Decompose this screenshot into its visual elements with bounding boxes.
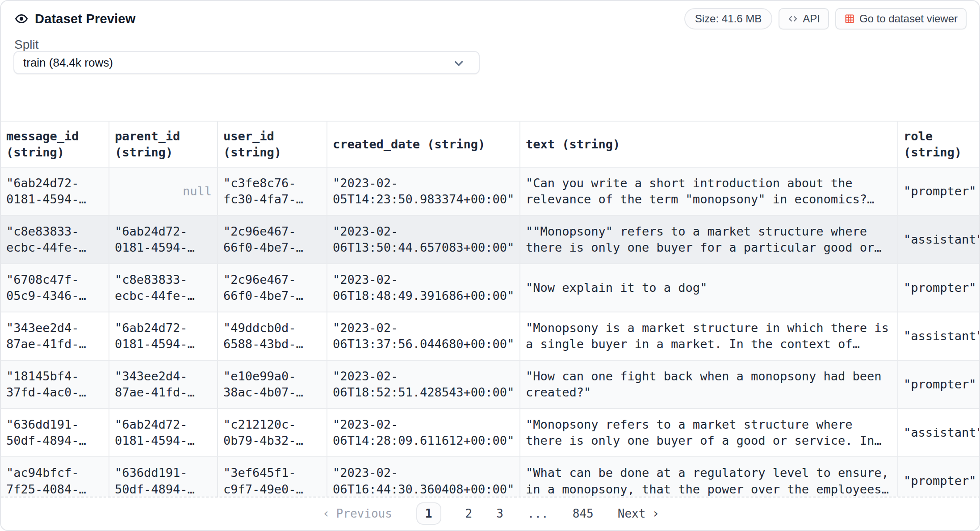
column-header-text: text (string) (520, 121, 898, 167)
cell-message_id: "c8e83833-ecbc-44fe-… (1, 215, 109, 264)
cell-parent_id: "6ab24d72-0181-4594-… (109, 409, 218, 457)
next-label: Next (618, 507, 646, 520)
page-button-845[interactable]: 845 (573, 507, 594, 520)
cell-message_id: "6708c47f-05c9-4346-… (1, 264, 109, 312)
split-label: Split (14, 38, 38, 52)
grid-icon (844, 13, 855, 24)
cell-parent_id: null (109, 167, 218, 215)
cell-user_id: "e10e99a0-38ac-4b07-… (218, 360, 327, 409)
cell-message_id: "6ab24d72-0181-4594-… (1, 167, 109, 215)
page-button-2[interactable]: 2 (465, 507, 473, 520)
previous-label: Previous (336, 507, 392, 520)
split-selected-value: train (84.4k rows) (23, 56, 113, 70)
previous-page-button[interactable]: ‹ Previous (322, 506, 392, 521)
cell-created_date: "2023-02-06T13:37:56.044680+00:00" (327, 312, 520, 360)
cell-created_date: "2023-02-06T16:44:30.360408+00:00" (327, 457, 520, 497)
table-row: "6708c47f-05c9-4346-…"c8e83833-ecbc-44fe… (1, 264, 980, 312)
cell-user_id: "c212120c-0b79-4b32-… (218, 409, 327, 457)
page-button-1[interactable]: 1 (416, 502, 441, 525)
header-row: message_id (string)parent_id (string)use… (1, 121, 980, 167)
cell-parent_id: "343ee2d4-87ae-41fd-… (109, 360, 218, 409)
table-row: "ac94bfcf-7f25-4084-…"636dd191-50df-4894… (1, 457, 980, 497)
api-button-label: API (803, 13, 820, 25)
viewer-button-label: Go to dataset viewer (859, 13, 958, 25)
code-icon (787, 13, 798, 24)
cell-role: "prompter" (898, 457, 980, 497)
cell-created_date: "2023-02-06T18:52:51.428543+00:00" (327, 360, 520, 409)
cell-parent_id: "6ab24d72-0181-4594-… (109, 215, 218, 264)
chevron-down-icon (452, 57, 465, 73)
cell-user_id: "c3fe8c76-fc30-4fa7-… (218, 167, 327, 215)
cell-text: "What can be done at a regulatory level … (520, 457, 898, 497)
cell-role: "assistant" (898, 409, 980, 457)
page-title: Dataset Preview (35, 12, 135, 26)
page-ellipsis: ... (528, 507, 549, 520)
api-button[interactable]: API (779, 8, 829, 30)
cell-user_id: "49ddcb0d-6588-43bd-… (218, 312, 327, 360)
table-row: "6ab24d72-0181-4594-…null"c3fe8c76-fc30-… (1, 167, 980, 215)
cell-created_date: "2023-02-06T14:28:09.611612+00:00" (327, 409, 520, 457)
cell-message_id: "ac94bfcf-7f25-4084-… (1, 457, 109, 497)
cell-message_id: "636dd191-50df-4894-… (1, 409, 109, 457)
cell-user_id: "2c96e467-66f0-4be7-… (218, 215, 327, 264)
cell-message_id: "18145bf4-37fd-4ac0-… (1, 360, 109, 409)
cell-role: "prompter" (898, 360, 980, 409)
cell-role: "prompter" (898, 167, 980, 215)
table-head: message_id (string)parent_id (string)use… (1, 121, 980, 167)
cell-parent_id: "636dd191-50df-4894-… (109, 457, 218, 497)
next-page-button[interactable]: Next › (618, 506, 659, 521)
cell-text: ""Monopsony" refers to a market structur… (520, 215, 898, 264)
table-row: "18145bf4-37fd-4ac0-…"343ee2d4-87ae-41fd… (1, 360, 980, 409)
column-header-message_id: message_id (string) (1, 121, 109, 167)
table-row: "636dd191-50df-4894-…"6ab24d72-0181-4594… (1, 409, 980, 457)
cell-created_date: "2023-02-06T18:48:49.391686+00:00" (327, 264, 520, 312)
cell-text: "Can you write a short introduction abou… (520, 167, 898, 215)
cell-created_date: "2023-02-06T13:50:44.657083+00:00" (327, 215, 520, 264)
cell-text: "Monopsony refers to a market structure … (520, 409, 898, 457)
cell-role: "assistant" (898, 312, 980, 360)
dataset-preview-card: Dataset Preview Size: 41.6 MB API (0, 0, 980, 531)
column-header-user_id: user_id (string) (218, 121, 327, 167)
cell-role: "assistant" (898, 215, 980, 264)
cell-user_id: "3ef645f1-c9f7-49e0-… (218, 457, 327, 497)
preview-table: message_id (string)parent_id (string)use… (1, 121, 980, 497)
cell-parent_id: "c8e83833-ecbc-44fe-… (109, 264, 218, 312)
table-row: "c8e83833-ecbc-44fe-…"6ab24d72-0181-4594… (1, 215, 980, 264)
table-body: "6ab24d72-0181-4594-…null"c3fe8c76-fc30-… (1, 167, 980, 497)
header-actions: Size: 41.6 MB API Go to dataset (684, 8, 967, 30)
column-header-created_date: created_date (string) (327, 121, 520, 167)
cell-text: "How can one fight back when a monopsony… (520, 360, 898, 409)
title-wrap: Dataset Preview (14, 12, 135, 26)
size-badge: Size: 41.6 MB (684, 8, 772, 30)
cell-created_date: "2023-02-05T14:23:50.983374+00:00" (327, 167, 520, 215)
cell-text: "Monopsony is a market structure in whic… (520, 312, 898, 360)
chevron-right-icon: › (652, 506, 659, 521)
page-button-3[interactable]: 3 (496, 507, 503, 520)
table-row: "343ee2d4-87ae-41fd-…"6ab24d72-0181-4594… (1, 312, 980, 360)
cell-user_id: "2c96e467-66f0-4be7-… (218, 264, 327, 312)
cell-parent_id: "6ab24d72-0181-4594-… (109, 312, 218, 360)
split-select[interactable]: train (84.4k rows) (13, 51, 480, 74)
table-scroll-area: message_id (string)parent_id (string)use… (1, 121, 980, 497)
chevron-left-icon: ‹ (322, 506, 330, 521)
go-to-dataset-viewer-button[interactable]: Go to dataset viewer (835, 8, 967, 30)
column-header-parent_id: parent_id (string) (109, 121, 218, 167)
topbar: Dataset Preview Size: 41.6 MB API (14, 8, 967, 30)
eye-icon (14, 12, 29, 26)
cell-text: "Now explain it to a dog" (520, 264, 898, 312)
cell-message_id: "343ee2d4-87ae-41fd-… (1, 312, 109, 360)
cell-role: "prompter" (898, 264, 980, 312)
column-header-role: role (string) (898, 121, 980, 167)
pagination: ‹ Previous 123...845 Next › (1, 497, 980, 530)
